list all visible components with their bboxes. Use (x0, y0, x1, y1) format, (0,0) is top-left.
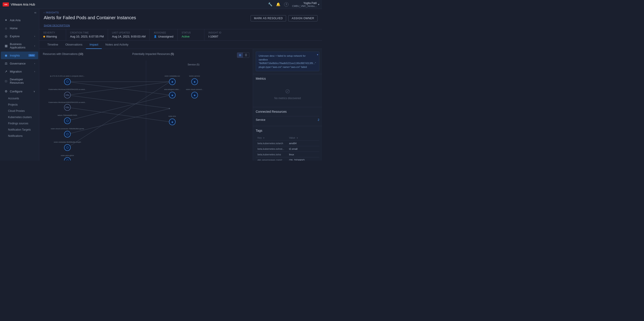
sidebar-sub-item-notification-targets[interactable]: Notification Targets (0, 126, 39, 133)
wrench-icon[interactable]: 🔧 (268, 2, 272, 6)
migration-chevron-icon: › (34, 70, 35, 73)
insight-id-label: Insight ID (208, 32, 227, 34)
tab-timeline[interactable]: Timeline (44, 41, 62, 49)
left-section-title: Resources with Observations (10) (43, 52, 83, 56)
assign-owner-button[interactable]: ASSIGN OWNER (288, 15, 318, 22)
help-icon[interactable]: ? (284, 2, 288, 7)
assignee-label: Assignee (154, 32, 174, 34)
severity-text: Warning (46, 35, 57, 38)
app-container: vm VMware Aria Hub 🔧 🔔 ? Yogita Patil CM… (0, 0, 322, 160)
sidebar-sub-item-kubernetes-clusters[interactable]: Kubernetes clusters (0, 114, 39, 120)
connected-service-count: 2 (318, 118, 319, 122)
governance-label: Governance (10, 62, 32, 65)
sidebar-item-home[interactable]: ⌂ Home (1, 24, 38, 32)
sidebar-sub-item-accounts[interactable]: Accounts (0, 95, 39, 102)
migration-label: Migration (10, 70, 32, 73)
tags-table-row: beta.kubernetes.io/inst...t2.small (256, 146, 319, 152)
graph-node-r1b[interactable]: kelvin-service ◈ (189, 75, 200, 85)
graph-node-r1e[interactable]: kube-dns ◈ (169, 115, 176, 125)
breadcrumb-label[interactable]: INSIGHTS (46, 11, 59, 14)
ask-aria-icon: ✦ (4, 18, 8, 22)
tag-value: t2.small (287, 146, 319, 152)
page-title: Alerts for Failed Pods and Container Ins… (44, 15, 136, 20)
graph-node-n7[interactable]: vizier-pem-g5chr ⬡ (61, 154, 74, 160)
insights-beta-badge: Beta (28, 54, 35, 57)
user-name: Yogita Patil (303, 2, 317, 5)
sidebar-sub-item-findings-sources[interactable]: Findings sources (0, 120, 39, 126)
chevron-down-icon[interactable]: ▾ (318, 3, 319, 6)
connected-service-label: Service (256, 118, 265, 122)
status-label: Status (182, 32, 200, 34)
list-view-button[interactable]: ☰ (243, 53, 249, 58)
tags-section: Tags Key ▾ Value ▾ (253, 126, 322, 160)
key-filter-icon[interactable]: ▾ (263, 137, 264, 139)
graph-node-n6[interactable]: vizier-metadata-5b468bdbb-dnqbh ⬡ (54, 141, 81, 151)
home-icon: ⌂ (4, 26, 8, 30)
sidebar-collapse-btn[interactable]: ‹‹ (34, 11, 36, 14)
bell-icon[interactable]: 🔔 (276, 2, 280, 6)
user-info[interactable]: Yogita Patil CMBU_VMC_Nimbu... ▾ (292, 2, 319, 7)
svg-line-7 (68, 95, 170, 121)
svg-text:vizier-cloud-connector-765b99c: vizier-cloud-connector-765b99c86d-qzvhd (51, 128, 84, 130)
graph-node-r1d[interactable]: vizier-cloud-connect... ◈ (186, 88, 203, 98)
graph-header: Resources with Observations (10) Potenti… (43, 52, 249, 58)
page-header: Alerts for Failed Pods and Container Ins… (39, 15, 322, 24)
sidebar-sub-item-projects[interactable]: Projects (0, 102, 39, 108)
sidebar-item-configure[interactable]: ⚙ Configure ∨ (1, 88, 38, 95)
main-layout: ‹‹ ✦ Ask Aria ⌂ Home ◎ Explore › ▦ Busin… (0, 9, 322, 160)
tab-notes-activity[interactable]: Notes and Activity (102, 41, 132, 49)
graph-node-n5[interactable]: vizier-cloud-connector-765b99c86d-qzvhd … (51, 128, 84, 137)
svg-text:aria-telegraf-collec...: aria-telegraf-collec... (164, 88, 180, 90)
view-toggle: ⊞ ☰ (237, 52, 249, 58)
svg-text:vizier-metadata-5b468bdbb-dnqb: vizier-metadata-5b468bdbb-dnqbh (54, 141, 81, 143)
mark-as-resolved-button[interactable]: MARK AS RESOLVED (250, 15, 286, 22)
no-metrics-container: ⊘ No metrics discovered (256, 83, 319, 104)
connected-resources-title: Connected Resources (256, 110, 319, 114)
sidebar-item-governance[interactable]: ⚖ Governance › (1, 60, 38, 67)
graph-node-r1c[interactable]: aria-telegraf-collec... ◈ (164, 88, 180, 98)
sidebar-item-developer-resources[interactable]: { } Developer Resources (1, 76, 38, 86)
grid-view-button[interactable]: ⊞ (237, 53, 243, 58)
home-label: Home (10, 26, 35, 30)
show-description-link[interactable]: SHOW DESCRIPTION (39, 24, 322, 29)
header-actions: MARK AS RESOLVED ASSIGN OWNER (250, 15, 318, 22)
tab-impact[interactable]: Impact (86, 41, 102, 49)
impact-graph-svg: Service (5) (43, 60, 249, 160)
app-name: VMware Aria Hub (11, 3, 35, 6)
graph-node-r1a[interactable]: vizier-metadata-svc ◈ (164, 75, 180, 85)
sidebar-item-ask-aria[interactable]: ✦ Ask Aria (1, 16, 38, 24)
ask-aria-label: Ask Aria (10, 18, 35, 22)
sidebar-item-business-apps[interactable]: ▦ Business Applications › (1, 40, 38, 51)
no-metrics-text: No metrics discovered (274, 97, 301, 100)
person-icon: 👤 (154, 35, 157, 38)
main-panel: Resources with Observations (10) Potenti… (39, 49, 322, 160)
alert-expand-icon[interactable]: ▾ (317, 53, 318, 57)
value-filter-icon[interactable]: ▾ (297, 137, 298, 139)
tag-value: ON_DEMAND (287, 157, 319, 161)
severity-value: Warning (43, 35, 62, 38)
tags-value-header: Value ▾ (287, 135, 319, 141)
right-section-title: Potentially Impacted Resources (5) (132, 52, 174, 56)
insights-label: Insights (10, 54, 26, 57)
assignee-text: Unassigned (158, 35, 174, 38)
sidebar-sub-item-notifications[interactable]: Notifications (0, 133, 39, 139)
svg-text:Kubernetes.Workload.8363259410: Kubernetes.Workload.836325941033.us-west… (49, 101, 86, 103)
severity-cell: Severity Warning (39, 29, 66, 40)
sidebar-item-insights[interactable]: ◉ Insights Beta (1, 52, 38, 59)
svg-text:Service (5): Service (5) (188, 63, 200, 66)
alert-info-box: Unknown desc = failed to setup network f… (256, 52, 319, 71)
configure-label: Configure (10, 90, 32, 93)
sidebar-item-explore[interactable]: ◎ Explore › (1, 32, 38, 40)
tags-key-header: Key ▾ (256, 135, 287, 141)
alert-info-text: Unknown desc = failed to setup network f… (259, 54, 316, 69)
svg-line-8 (68, 108, 170, 134)
tags-table-row: eks.amazonaws.com/c...ON_DEMAND (256, 157, 319, 161)
svg-text:◈: ◈ (172, 120, 174, 123)
metadata-bar: Severity Warning Creation Time Aug 10, 2… (39, 29, 322, 41)
connected-resources-section: Connected Resources Service 2 (253, 107, 322, 126)
sidebar-sub-item-cloud-proxies[interactable]: Cloud Proxies (0, 108, 39, 114)
sidebar-item-migration[interactable]: ↗ Migration › (1, 68, 38, 75)
svg-text:vizier-pem-g5chr: vizier-pem-g5chr (61, 154, 74, 156)
tag-key: beta.kubernetes.io/os (256, 152, 287, 157)
tab-observations[interactable]: Observations (62, 41, 86, 49)
